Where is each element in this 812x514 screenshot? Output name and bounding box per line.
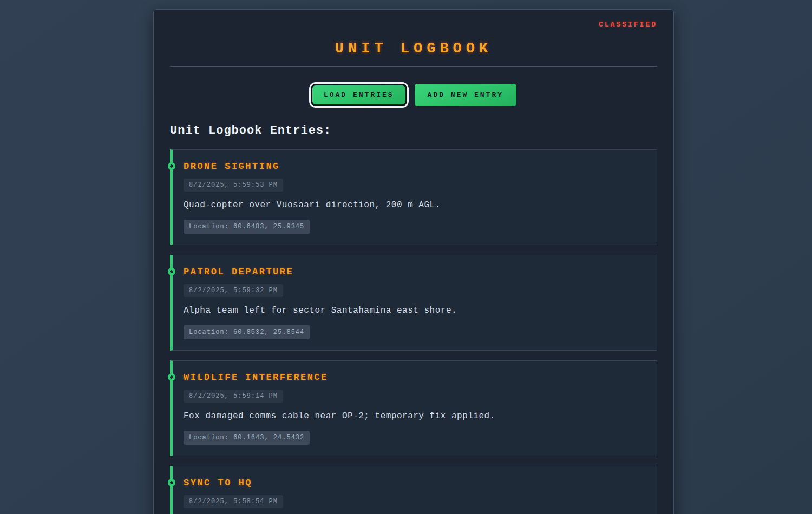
log-entry-card: WILDLIFE INTERFERENCE 8/2/2025, 5:59:14 … bbox=[170, 360, 657, 456]
entry-title: PATROL DEPARTURE bbox=[184, 267, 644, 277]
timeline-dot-icon bbox=[168, 162, 175, 170]
entry-location-badge: Location: 60.6483, 25.9345 bbox=[184, 220, 310, 234]
entry-text: Quad-copter over Vuosaari direction, 200… bbox=[184, 200, 644, 210]
entry-title: SYNC TO HQ bbox=[184, 478, 644, 488]
entry-text: Alpha team left for sector Santahamina e… bbox=[184, 306, 644, 315]
add-new-entry-button[interactable]: ADD NEW ENTRY bbox=[415, 84, 516, 106]
log-entry-card: SYNC TO HQ 8/2/2025, 5:58:54 PM Logbook … bbox=[170, 466, 657, 514]
toolbar: LOAD ENTRIES ADD NEW ENTRY bbox=[170, 84, 657, 106]
entry-location-badge: Location: 60.8532, 25.8544 bbox=[184, 325, 310, 339]
log-entry-card: PATROL DEPARTURE 8/2/2025, 5:59:32 PM Al… bbox=[170, 255, 657, 351]
entry-timestamp-badge: 8/2/2025, 5:59:14 PM bbox=[184, 390, 283, 403]
timeline-dot-icon bbox=[168, 479, 175, 486]
entry-text: Fox damaged comms cable near OP-2; tempo… bbox=[184, 411, 644, 421]
entry-timestamp-badge: 8/2/2025, 5:59:53 PM bbox=[184, 179, 283, 192]
entry-location-badge: Location: 60.1643, 24.5432 bbox=[184, 431, 310, 445]
entries-list: DRONE SIGHTING 8/2/2025, 5:59:53 PM Quad… bbox=[170, 149, 657, 514]
timeline-dot-icon bbox=[168, 268, 175, 275]
entry-timestamp-badge: 8/2/2025, 5:59:32 PM bbox=[184, 284, 283, 297]
load-entries-button[interactable]: LOAD ENTRIES bbox=[311, 84, 407, 106]
classified-banner: CLASSIFIED bbox=[170, 16, 657, 29]
entries-heading: Unit Logbook Entries: bbox=[170, 124, 657, 137]
timeline-dot-icon bbox=[168, 373, 175, 381]
log-entry-card: DRONE SIGHTING 8/2/2025, 5:59:53 PM Quad… bbox=[170, 149, 657, 245]
page-title: UNIT LOGBOOK bbox=[170, 41, 657, 57]
entry-title: WILDLIFE INTERFERENCE bbox=[184, 372, 644, 383]
logbook-panel: CLASSIFIED UNIT LOGBOOK LOAD ENTRIES ADD… bbox=[153, 9, 674, 514]
entry-title: DRONE SIGHTING bbox=[184, 161, 644, 172]
entry-timestamp-badge: 8/2/2025, 5:58:54 PM bbox=[184, 495, 283, 508]
title-divider bbox=[170, 66, 657, 67]
